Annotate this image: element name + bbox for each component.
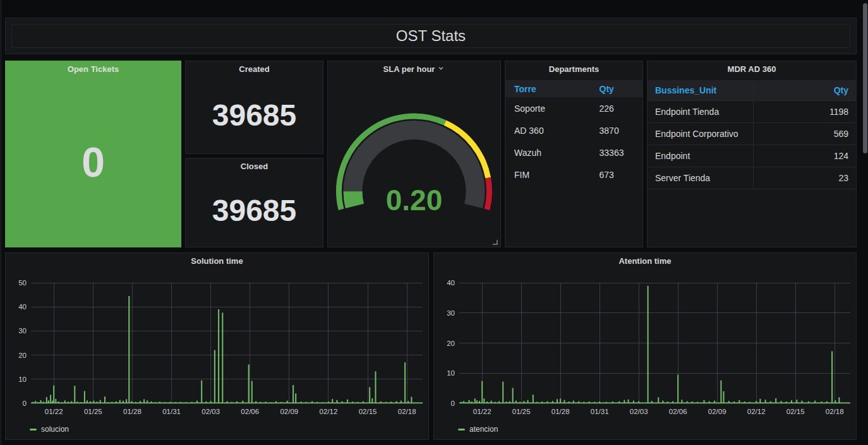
svg-text:02/15: 02/15 — [787, 408, 805, 415]
legend-color-dash — [30, 429, 37, 430]
panel-title-solution-time[interactable]: Solution time — [6, 253, 428, 270]
svg-text:02/09: 02/09 — [708, 408, 726, 415]
svg-text:20: 20 — [447, 340, 455, 347]
svg-text:02/18: 02/18 — [398, 408, 416, 415]
svg-text:01/31: 01/31 — [591, 408, 609, 415]
svg-text:40: 40 — [447, 279, 455, 287]
svg-text:02/06: 02/06 — [669, 408, 687, 415]
svg-text:02/15: 02/15 — [359, 408, 377, 415]
svg-text:20: 20 — [18, 352, 27, 359]
table-row: Wazuh33363 — [505, 141, 642, 163]
panel-solution-time: Solution time 0102030405001/2201/2501/28… — [5, 252, 429, 440]
dashboard-title: OST Stats — [396, 27, 466, 45]
svg-text:0: 0 — [451, 400, 455, 407]
table-cell: FIM — [505, 163, 591, 186]
chevron-down-icon[interactable] — [437, 61, 445, 78]
left-edge-strip — [0, 0, 2, 445]
solution-time-chart: 0102030405001/2201/2501/2801/3102/0302/0… — [6, 270, 428, 425]
table-cell: 23 — [753, 167, 856, 189]
table-cell: Soporte — [505, 97, 591, 119]
table-row: Soporte226 — [505, 97, 642, 119]
table-row: Endpoint Tienda1198 — [648, 101, 856, 123]
table-cell: Server Tienda — [648, 167, 753, 189]
panel-resize-handle[interactable] — [493, 240, 498, 245]
table-row: Server Tienda23 — [648, 167, 856, 189]
svg-text:01/25: 01/25 — [84, 408, 102, 415]
table-header-row: TorreQty — [505, 80, 642, 97]
mdr-table: Bussines_UnitQtyEndpoint Tienda1198Endpo… — [648, 80, 856, 189]
legend-solucion[interactable]: solucion — [30, 425, 69, 434]
table-header-cell[interactable]: Qty — [753, 80, 856, 100]
svg-text:02/12: 02/12 — [747, 408, 766, 415]
table-header-cell[interactable]: Qty — [591, 80, 642, 97]
svg-text:01/28: 01/28 — [552, 408, 570, 415]
svg-text:01/22: 01/22 — [45, 408, 63, 415]
grafana-dashboard: OST Stats Open Tickets 0 Created 39685 C… — [0, 0, 868, 445]
vertical-scrollbar-thumb[interactable] — [863, 3, 867, 153]
table-cell: 33363 — [591, 141, 642, 163]
panel-atention-time: Atention time 01020304001/2201/2501/2801… — [433, 252, 857, 440]
panel-dashboard-title: OST Stats — [5, 18, 857, 54]
svg-text:02/03: 02/03 — [202, 408, 220, 415]
table-header-cell[interactable]: Bussines_Unit — [648, 80, 753, 100]
svg-text:01/28: 01/28 — [123, 408, 142, 415]
departments-table: TorreQtySoporte226AD 3603870Wazuh33363FI… — [505, 80, 642, 186]
svg-text:0: 0 — [23, 400, 27, 407]
svg-text:01/31: 01/31 — [162, 408, 181, 415]
table-row: FIM673 — [505, 163, 642, 186]
table-cell: AD 360 — [505, 119, 591, 141]
legend-color-dash — [458, 429, 465, 430]
created-value: 39685 — [212, 100, 296, 131]
table-cell: Endpoint Corporativo — [648, 123, 753, 145]
svg-text:30: 30 — [18, 327, 27, 335]
svg-text:02/09: 02/09 — [280, 408, 298, 415]
svg-text:01/22: 01/22 — [473, 408, 491, 415]
panel-open-tickets: Open Tickets 0 — [5, 61, 181, 247]
svg-text:50: 50 — [18, 279, 27, 287]
open-tickets-value: 0 — [81, 141, 105, 183]
panel-title-atention-time[interactable]: Atention time — [434, 253, 856, 270]
svg-text:40: 40 — [18, 303, 27, 311]
svg-text:02/18: 02/18 — [826, 408, 844, 415]
panel-title-created[interactable]: Created — [186, 61, 323, 78]
panel-mdr-ad-360: MDR AD 360 Bussines_UnitQtyEndpoint Tien… — [647, 61, 857, 247]
table-header-row: Bussines_UnitQty — [648, 80, 856, 101]
legend-label[interactable]: solucion — [41, 425, 69, 434]
panel-closed: Closed 39685 — [185, 158, 323, 247]
legend-label[interactable]: atencion — [469, 425, 498, 434]
table-header-cell[interactable]: Torre — [505, 80, 591, 97]
table-row: Endpoint Corporativo569 — [648, 123, 856, 145]
panel-title-mdr[interactable]: MDR AD 360 — [648, 61, 856, 78]
panel-sla-per-hour: SLA per hour 0.20 — [327, 61, 501, 247]
svg-text:30: 30 — [447, 309, 455, 317]
sla-title-text: SLA per hour — [383, 64, 435, 74]
svg-text:02/12: 02/12 — [320, 408, 338, 415]
svg-text:0.20: 0.20 — [386, 184, 443, 217]
panel-created: Created 39685 — [185, 61, 323, 154]
table-row: Endpoint124 — [648, 145, 856, 167]
svg-text:02/06: 02/06 — [241, 408, 259, 415]
table-cell: 3870 — [591, 119, 642, 141]
svg-text:02/03: 02/03 — [630, 408, 648, 415]
table-cell: Wazuh — [505, 141, 591, 163]
closed-value: 39685 — [212, 196, 296, 226]
panel-departments: Departments TorreQtySoporte226AD 3603870… — [505, 61, 643, 247]
table-cell: 124 — [753, 145, 856, 167]
table-cell: Endpoint — [648, 145, 753, 167]
panel-title-departments[interactable]: Departments — [505, 61, 642, 78]
sla-gauge: 0.20 — [328, 78, 500, 247]
table-cell: Endpoint Tienda — [648, 101, 753, 122]
panel-title-closed[interactable]: Closed — [186, 158, 323, 175]
panel-title-sla[interactable]: SLA per hour — [328, 61, 500, 78]
panel-title-open-tickets[interactable]: Open Tickets — [6, 61, 181, 78]
table-cell: 1198 — [753, 101, 856, 122]
svg-text:01/25: 01/25 — [512, 408, 531, 415]
atention-time-chart: 01020304001/2201/2501/2801/3102/0302/060… — [434, 270, 856, 425]
svg-text:10: 10 — [447, 369, 455, 377]
legend-atencion[interactable]: atencion — [458, 425, 498, 434]
table-cell: 226 — [591, 97, 642, 119]
table-cell: 569 — [753, 123, 856, 145]
svg-text:10: 10 — [18, 376, 27, 383]
table-cell: 673 — [591, 163, 642, 186]
table-row: AD 3603870 — [505, 119, 642, 141]
